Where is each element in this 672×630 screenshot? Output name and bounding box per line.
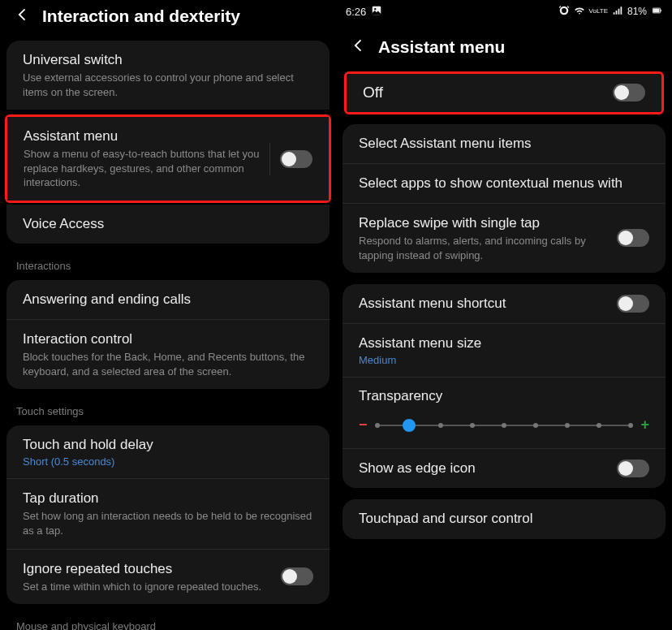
row-ignore-repeated[interactable]: Ignore repeated touches Set a time withi… bbox=[6, 549, 330, 605]
row-answering-calls[interactable]: Answering and ending calls bbox=[6, 280, 330, 319]
row-title: Select Assistant menu items bbox=[359, 135, 649, 153]
screen-left: Interaction and dexterity Universal swit… bbox=[0, 0, 336, 630]
row-title: Touchpad and cursor control bbox=[359, 510, 649, 528]
row-touchpad-cursor[interactable]: Touchpad and cursor control bbox=[342, 499, 666, 538]
page-title: Interaction and dexterity bbox=[42, 6, 240, 26]
row-title: Answering and ending calls bbox=[23, 291, 313, 309]
header-left: Interaction and dexterity bbox=[0, 0, 336, 37]
row-main-toggle[interactable]: Off bbox=[347, 74, 661, 112]
highlight-assistant-menu: Assistant menu Show a menu of easy-to-re… bbox=[5, 114, 331, 203]
status-time: 6:26 bbox=[346, 6, 366, 18]
row-title: Assistant menu shortcut bbox=[359, 295, 607, 313]
section-interactions: Interactions bbox=[0, 255, 336, 277]
row-value: Short (0.5 seconds) bbox=[23, 455, 313, 468]
toggle-shortcut[interactable] bbox=[617, 295, 649, 313]
row-title: Universal switch bbox=[23, 51, 313, 69]
card-voice: Voice Access bbox=[6, 205, 330, 244]
back-icon[interactable] bbox=[15, 6, 31, 26]
row-sub: Set how long an interaction needs to be … bbox=[23, 509, 313, 537]
row-select-items[interactable]: Select Assistant menu items bbox=[342, 124, 666, 163]
svg-rect-4 bbox=[661, 9, 661, 11]
alarm-icon bbox=[558, 5, 570, 19]
row-select-apps[interactable]: Select apps to show contextual menus wit… bbox=[342, 163, 666, 203]
row-title: Interaction control bbox=[23, 330, 313, 348]
row-tap-duration[interactable]: Tap duration Set how long an interaction… bbox=[6, 478, 330, 548]
signal-icon bbox=[612, 5, 623, 19]
row-value: Medium bbox=[359, 354, 649, 366]
row-shortcut[interactable]: Assistant menu shortcut bbox=[342, 284, 666, 323]
highlight-main-toggle: Off bbox=[344, 71, 664, 114]
row-title: Voice Access bbox=[23, 215, 313, 233]
row-edge-icon[interactable]: Show as edge icon bbox=[342, 448, 666, 488]
battery-icon bbox=[651, 5, 662, 19]
plus-icon[interactable]: + bbox=[640, 416, 649, 434]
row-sub: Set a time within which to ignore repeat… bbox=[23, 580, 271, 594]
battery-text: 81% bbox=[627, 6, 647, 17]
row-title: Assistant menu bbox=[24, 127, 260, 145]
svg-point-1 bbox=[374, 8, 376, 10]
row-sub: Block touches for the Back, Home, and Re… bbox=[23, 350, 313, 378]
gallery-icon bbox=[371, 5, 382, 19]
wifi-icon bbox=[574, 5, 585, 19]
row-replace-swipe[interactable]: Replace swipe with single tap Respond to… bbox=[342, 203, 666, 273]
row-transparency: Transparency − + bbox=[342, 377, 666, 448]
card-interactions: Answering and ending calls Interaction c… bbox=[6, 280, 330, 389]
volte-icon: VoLTE bbox=[589, 8, 608, 15]
status-bar: 6:26 VoLTE 81% bbox=[336, 0, 672, 23]
svg-rect-3 bbox=[653, 8, 660, 12]
section-touch: Touch settings bbox=[0, 400, 336, 422]
row-title: Ignore repeated touches bbox=[23, 560, 271, 578]
row-title: Touch and hold delay bbox=[23, 436, 313, 454]
back-icon[interactable] bbox=[351, 37, 367, 57]
card-assist: Universal switch Use external accessorie… bbox=[6, 41, 330, 110]
card-touch: Touch and hold delay Short (0.5 seconds)… bbox=[6, 425, 330, 604]
row-title: Select apps to show contextual menus wit… bbox=[359, 175, 649, 192]
header-right: Assistant menu bbox=[336, 23, 672, 68]
minus-icon[interactable]: − bbox=[359, 416, 368, 434]
row-interaction-control[interactable]: Interaction control Block touches for th… bbox=[6, 319, 330, 389]
transparency-slider[interactable] bbox=[377, 417, 631, 434]
row-assistant-menu[interactable]: Assistant menu Show a menu of easy-to-re… bbox=[7, 117, 329, 201]
row-title: Tap duration bbox=[23, 490, 313, 507]
screen-right: 6:26 VoLTE 81% Assistant menu Off bbox=[336, 0, 672, 630]
row-title: Show as edge icon bbox=[359, 460, 607, 477]
main-toggle-label: Off bbox=[363, 83, 603, 103]
row-title: Replace swipe with single tap bbox=[359, 214, 607, 232]
card-appearance: Assistant menu shortcut Assistant menu s… bbox=[342, 284, 666, 488]
toggle-assistant-menu[interactable] bbox=[280, 150, 312, 168]
toggle-main[interactable] bbox=[613, 84, 645, 101]
row-sub: Show a menu of easy-to-reach buttons tha… bbox=[24, 147, 260, 190]
row-menu-size[interactable]: Assistant menu size Medium bbox=[342, 323, 666, 377]
toggle-replace-swipe[interactable] bbox=[617, 229, 649, 247]
row-voice-access[interactable]: Voice Access bbox=[6, 205, 330, 244]
row-title: Assistant menu size bbox=[359, 334, 649, 352]
row-sub: Respond to alarms, alerts, and incoming … bbox=[359, 234, 607, 262]
toggle-edge-icon[interactable] bbox=[617, 460, 649, 477]
row-universal-switch[interactable]: Universal switch Use external accessorie… bbox=[6, 41, 330, 110]
card-select: Select Assistant menu items Select apps … bbox=[342, 124, 666, 273]
toggle-ignore-repeated[interactable] bbox=[281, 567, 313, 585]
row-touch-hold-delay[interactable]: Touch and hold delay Short (0.5 seconds) bbox=[6, 425, 330, 478]
section-mouse: Mouse and physical keyboard bbox=[0, 615, 336, 630]
page-title: Assistant menu bbox=[378, 37, 505, 57]
row-sub: Use external accessories to control your… bbox=[23, 71, 313, 99]
card-touchpad: Touchpad and cursor control bbox=[342, 499, 666, 538]
row-title: Transparency bbox=[359, 387, 649, 405]
